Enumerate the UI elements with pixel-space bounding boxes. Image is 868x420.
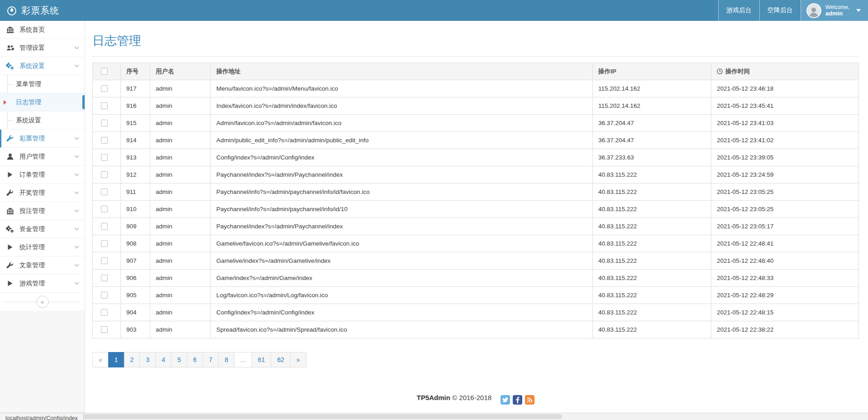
row-checkbox[interactable]: [101, 275, 108, 281]
row-checkbox[interactable]: [101, 85, 108, 92]
brand[interactable]: 彩票系统: [0, 0, 85, 21]
scrollbar-thumb[interactable]: [1, 414, 562, 419]
page-7[interactable]: 7: [203, 352, 219, 367]
table-row: 906adminGame/index?s=/admin/Game/index40…: [93, 270, 859, 287]
sidebar: 系统首页 管理设置 系统设置 菜单管理: [0, 21, 85, 420]
page-62[interactable]: 62: [271, 352, 291, 367]
sidebar-subitem-log-management[interactable]: 日志管理: [0, 93, 85, 111]
users-icon: [5, 44, 14, 51]
sidebar-item-label: 系统设置: [19, 62, 69, 70]
table-row: 912adminPaychannel/index?s=/admin/Paycha…: [93, 166, 859, 183]
sidebar-item-stats-management[interactable]: 统计管理: [0, 238, 85, 256]
sidebar-item-label: 用户管理: [19, 153, 69, 161]
gears-icon: [5, 226, 14, 233]
chevron-down-icon: [74, 155, 79, 158]
sidebar-item-game-management[interactable]: 游戏管理: [0, 275, 85, 293]
col-header-time: 操作时间: [711, 63, 859, 80]
row-checkbox[interactable]: [101, 188, 108, 195]
chevron-down-icon: [74, 64, 79, 68]
row-checkbox[interactable]: [101, 171, 108, 178]
page-4[interactable]: 4: [155, 352, 172, 367]
app-title: 彩票系统: [21, 5, 59, 17]
avatar: [806, 3, 821, 18]
sidebar-item-label: 资金管理: [19, 225, 69, 233]
select-all-checkbox[interactable]: [101, 68, 108, 75]
social-links: [501, 395, 534, 405]
twitter-icon[interactable]: [501, 395, 510, 405]
top-bar: 彩票系统 游戏后台 空降后台 Welcome, admin: [0, 0, 868, 21]
page-2[interactable]: 2: [124, 352, 140, 367]
chevron-down-icon: [74, 209, 79, 212]
row-checkbox[interactable]: [101, 206, 108, 212]
page-title: 日志管理: [92, 33, 859, 49]
divider: [92, 56, 859, 57]
wrench-icon: [5, 189, 14, 197]
airdrop-backend-button[interactable]: 空降后台: [759, 0, 801, 21]
page-5[interactable]: 5: [171, 352, 187, 367]
table-row: 907adminGamelive/index?s=/admin/Gamelive…: [93, 252, 859, 270]
system-settings-submenu: 菜单管理 日志管理 系统设置: [0, 75, 85, 130]
user-icon: [5, 153, 14, 160]
row-checkbox[interactable]: [101, 326, 108, 333]
table-row: 914adminAdmin/public_edit_info?s=/admin/…: [93, 132, 859, 149]
sidebar-item-admin-settings[interactable]: 管理设置: [0, 39, 85, 57]
bank-icon: [5, 26, 14, 34]
row-checkbox[interactable]: [101, 292, 108, 299]
chevron-down-icon: [74, 264, 79, 267]
sidebar-subitem-system-config[interactable]: 系统设置: [0, 111, 85, 130]
play-icon: [5, 172, 14, 178]
sidebar-item-label: 投注管理: [19, 207, 69, 215]
sidebar-item-system-settings[interactable]: 系统设置: [0, 57, 85, 75]
sidebar-collapse-button[interactable]: «: [36, 296, 48, 308]
sidebar-item-article-management[interactable]: 文章管理: [0, 256, 85, 275]
chevron-down-icon: [74, 227, 79, 231]
row-checkbox[interactable]: [101, 102, 108, 109]
subitem-label: 日志管理: [16, 98, 41, 106]
rss-icon[interactable]: [525, 395, 534, 405]
page-61[interactable]: 61: [252, 352, 272, 367]
sidebar-item-label: 开奖管理: [19, 189, 69, 197]
sidebar-item-bet-management[interactable]: 投注管理: [0, 202, 85, 220]
table-row: 904adminConfig/index?s=/admin/Config/ind…: [93, 304, 859, 321]
col-header-path: 操作地址: [211, 63, 593, 80]
chevron-down-icon: [74, 191, 79, 194]
table-row: 908adminGamelive/favicon.ico?s=/admin/Ga…: [93, 235, 859, 252]
footer-copyright: © 2016-2018: [452, 394, 491, 401]
welcome-text: Welcome, admin: [825, 4, 849, 17]
sidebar-item-label: 文章管理: [19, 261, 69, 270]
row-checkbox[interactable]: [101, 257, 108, 264]
subitem-label: 系统设置: [16, 116, 41, 125]
sidebar-item-user-management[interactable]: 用户管理: [0, 148, 85, 166]
subitem-label: 菜单管理: [16, 80, 41, 88]
page-next[interactable]: »: [290, 352, 306, 367]
col-header-username: 用户名: [150, 63, 211, 80]
table-row: 917adminMenu/favicon.ico?s=/admin/Menu/f…: [93, 80, 859, 97]
user-menu[interactable]: Welcome, admin: [801, 0, 868, 21]
sidebar-item-order-management[interactable]: 订单管理: [0, 166, 85, 184]
row-checkbox[interactable]: [101, 309, 108, 316]
sidebar-subitem-menu-management[interactable]: 菜单管理: [0, 75, 85, 93]
game-backend-button[interactable]: 游戏后台: [718, 0, 759, 21]
sidebar-item-lottery-management[interactable]: 彩票管理: [0, 130, 85, 148]
row-checkbox[interactable]: [101, 240, 108, 247]
page-1[interactable]: 1: [108, 352, 124, 367]
sidebar-item-home[interactable]: 系统首页: [0, 21, 85, 39]
sidebar-item-funds-management[interactable]: 资金管理: [0, 220, 85, 238]
table-row: 915adminAdmin/favicon.ico?s=/admin/admin…: [93, 115, 859, 132]
caret-right-icon: [4, 100, 6, 105]
row-checkbox[interactable]: [101, 223, 108, 230]
page-ellipsis: ...: [234, 352, 252, 367]
page-8[interactable]: 8: [218, 352, 234, 367]
chevron-down-icon: [856, 9, 861, 12]
row-checkbox[interactable]: [101, 137, 108, 144]
horizontal-scrollbar[interactable]: [0, 413, 868, 420]
facebook-icon[interactable]: [513, 395, 522, 405]
page-prev[interactable]: «: [92, 352, 109, 367]
footer-brand: TP5Admin: [417, 394, 450, 401]
sidebar-item-draw-management[interactable]: 开奖管理: [0, 184, 85, 202]
pagination: « 1 2 3 4 5 6 7 8 ... 61 62 »: [92, 352, 859, 367]
row-checkbox[interactable]: [101, 120, 108, 126]
row-checkbox[interactable]: [101, 154, 108, 161]
page-3[interactable]: 3: [139, 352, 156, 367]
page-6[interactable]: 6: [187, 352, 203, 367]
